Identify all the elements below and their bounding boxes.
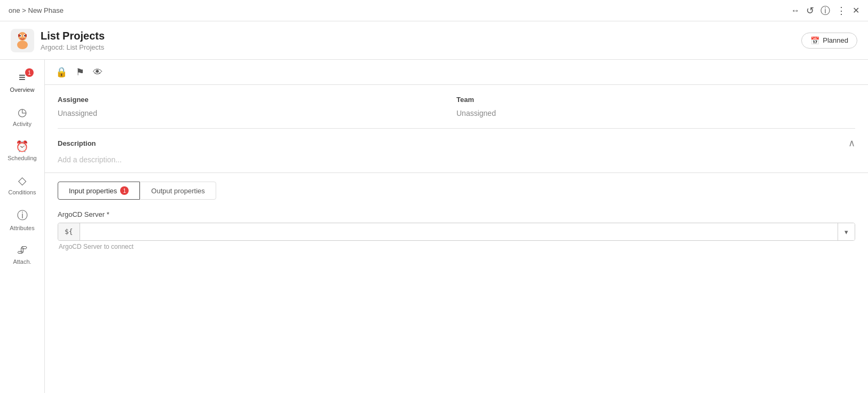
description-section: Description ∧ Add a description... (45, 129, 868, 173)
calendar-icon: 📅 (810, 36, 819, 45)
sidebar-item-label-activity: Activity (13, 121, 31, 127)
dropdown-icon: ▾ (845, 228, 848, 236)
assignee-value[interactable]: Unassigned (58, 109, 456, 117)
activity-icon: ◷ (18, 106, 27, 119)
tab-output-label: Output properties (151, 187, 204, 195)
attach-icon: 🖇 (17, 244, 28, 256)
team-value[interactable]: Unassigned (456, 109, 855, 117)
header-text: List Projects Argocd: List Projects (41, 30, 105, 51)
input-prefix: ${ (58, 223, 80, 240)
collapse-icon[interactable]: ∧ (848, 137, 855, 149)
overview-icon: ≡ (19, 70, 26, 84)
argocd-server-hint: ArgoCD Server to connect (58, 243, 855, 250)
assignee-row: Assignee Unassigned Team Unassigned (58, 96, 855, 117)
tab-input-badge: 1 (120, 186, 129, 195)
tabs: Input properties 1 Output properties (58, 182, 855, 200)
info-icon[interactable]: ⓘ (820, 4, 830, 17)
breadcrumb: one > New Phase (9, 6, 64, 14)
eye-icon[interactable]: 👁 (93, 67, 102, 78)
tab-input-label: Input properties (69, 187, 117, 195)
conditions-icon: ◇ (18, 174, 26, 187)
page-title: List Projects (41, 30, 105, 42)
attributes-icon: ⓘ (17, 208, 28, 223)
sidebar-item-label-scheduling: Scheduling (7, 155, 36, 161)
tab-input-properties[interactable]: Input properties 1 (58, 182, 140, 200)
sidebar-item-attributes[interactable]: ⓘ Attributes (0, 202, 44, 238)
header-left: List Projects Argocd: List Projects (11, 29, 105, 52)
top-bar-actions: ↔ ↺ ⓘ ⋮ ✕ (791, 4, 859, 17)
description-placeholder[interactable]: Add a description... (58, 155, 855, 164)
sidebar-item-overview[interactable]: ≡ Overview 1 (0, 64, 44, 99)
argocd-server-input-group: ${ ▾ (58, 223, 855, 241)
assignee-label: Assignee (58, 96, 456, 104)
sidebar-item-label-conditions: Conditions (9, 189, 36, 195)
top-bar: one > New Phase ↔ ↺ ⓘ ⋮ ✕ (0, 0, 868, 21)
argocd-server-dropdown-btn[interactable]: ▾ (838, 223, 855, 240)
arrow-icon[interactable]: ↔ (791, 6, 800, 15)
sidebar-item-activity[interactable]: ◷ Activity (0, 99, 44, 133)
svg-rect-6 (18, 34, 20, 37)
svg-rect-7 (25, 34, 27, 37)
main-layout: ≡ Overview 1 ◷ Activity ⏰ Scheduling ◇ C… (0, 60, 868, 393)
flag-icon[interactable]: ⚑ (76, 66, 84, 78)
sidebar-item-attach[interactable]: 🖇 Attach. (0, 238, 44, 271)
more-icon[interactable]: ⋮ (837, 5, 846, 17)
sidebar-item-label-overview: Overview (10, 87, 35, 93)
header: List Projects Argocd: List Projects 📅 Pl… (0, 21, 868, 60)
assignee-col: Assignee Unassigned (58, 96, 456, 117)
team-col: Team Unassigned (456, 96, 855, 117)
tabs-section: Input properties 1 Output properties (45, 173, 868, 200)
svg-point-5 (24, 35, 25, 36)
tab-output-properties[interactable]: Output properties (140, 182, 216, 200)
description-label: Description (58, 139, 96, 147)
avatar (11, 29, 34, 52)
sidebar: ≡ Overview 1 ◷ Activity ⏰ Scheduling ◇ C… (0, 60, 45, 393)
svg-point-4 (20, 35, 21, 36)
sidebar-item-conditions[interactable]: ◇ Conditions (0, 168, 44, 202)
page-subtitle: Argocd: List Projects (41, 43, 105, 51)
assignee-team-section: Assignee Unassigned Team Unassigned (45, 85, 868, 128)
content-area: 🔒 ⚑ 👁 Assignee Unassigned Team Unassigne… (45, 60, 868, 393)
status-label: Planned (823, 36, 848, 44)
sidebar-item-label-attach: Attach. (13, 258, 31, 265)
refresh-icon[interactable]: ↺ (806, 5, 814, 17)
svg-point-1 (17, 41, 28, 49)
argocd-server-input[interactable] (80, 223, 838, 240)
argocd-server-label: ArgoCD Server * (58, 210, 855, 218)
description-header: Description ∧ (58, 137, 855, 149)
form-section: ArgoCD Server * ${ ▾ ArgoCD Server to co… (45, 200, 868, 261)
close-icon[interactable]: ✕ (853, 5, 859, 15)
sidebar-item-scheduling[interactable]: ⏰ Scheduling (0, 133, 44, 168)
toolbar: 🔒 ⚑ 👁 (45, 60, 868, 85)
team-label: Team (456, 96, 855, 104)
sidebar-item-label-attributes: Attributes (10, 225, 34, 231)
lock-icon[interactable]: 🔒 (56, 66, 67, 78)
overview-badge: 1 (25, 68, 34, 77)
scheduling-icon: ⏰ (15, 140, 29, 153)
status-button[interactable]: 📅 Planned (801, 33, 857, 49)
